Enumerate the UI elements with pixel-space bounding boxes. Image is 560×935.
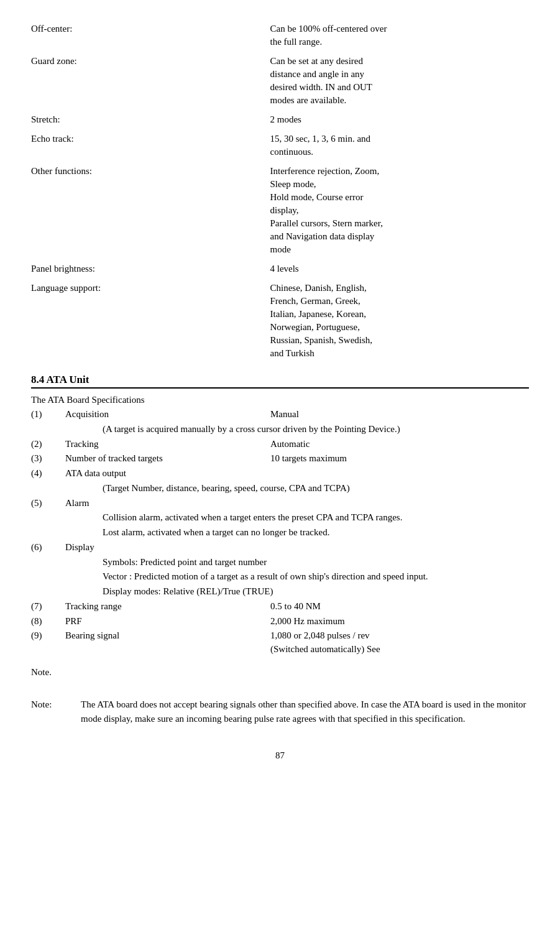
ata-item-value	[270, 467, 529, 481]
spec-table: Off-center:Can be 100% off-centered over…	[31, 19, 529, 362]
spec-label: Panel brightness:	[31, 259, 270, 278]
ata-item-num: (4)	[31, 467, 65, 481]
ata-item-label: Tracking range	[65, 600, 270, 614]
spec-label: Other functions:	[31, 161, 270, 259]
ata-item-num: (1)	[31, 408, 65, 421]
spec-row: Off-center:Can be 100% off-centered over…	[31, 19, 529, 51]
ata-intro: The ATA Board Specifications	[31, 395, 529, 405]
spec-value: 2 modes	[270, 109, 529, 129]
ata-item-row: (6)Display	[31, 541, 529, 555]
ata-item-value	[270, 497, 529, 510]
ata-item-value: 2,000 Hz maximum	[270, 615, 529, 629]
ata-item-label: Display	[65, 541, 270, 555]
ata-item-num: (9)	[31, 629, 65, 656]
spec-label: Echo track:	[31, 129, 270, 161]
ata-item-num: (6)	[31, 541, 65, 555]
spec-row: Guard zone:Can be set at any desireddist…	[31, 51, 529, 109]
ata-item-row: (8)PRF2,000 Hz maximum	[31, 615, 529, 629]
ata-item-row: (2)TrackingAutomatic	[31, 438, 529, 451]
ata-item-label: Acquisition	[65, 408, 270, 421]
ata-item-indent: (A target is acquired manually by a cros…	[31, 423, 529, 436]
ata-item-row: (5)Alarm	[31, 497, 529, 510]
spec-value: Chinese, Danish, English,French, German,…	[270, 278, 529, 362]
spec-label: Language support:	[31, 278, 270, 362]
ata-item-label: Number of tracked targets	[65, 452, 270, 466]
page-number: 87	[31, 750, 529, 761]
spec-row: Panel brightness:4 levels	[31, 259, 529, 278]
ata-item-label: Alarm	[65, 497, 270, 510]
ata-item-num: (8)	[31, 615, 65, 629]
ata-item-label: Tracking	[65, 438, 270, 451]
ata-item-value: 1,080 or 2,048 pulses / rev (Switched au…	[270, 629, 529, 656]
ata-item-row: (1)AcquisitionManual	[31, 408, 529, 421]
ata-item-value: 0.5 to 40 NM	[270, 600, 529, 614]
ata-item-num: (7)	[31, 600, 65, 614]
spec-value: Can be 100% off-centered overthe full ra…	[270, 19, 529, 51]
ata-item-num: (3)	[31, 452, 65, 466]
ata-item-num: (2)	[31, 438, 65, 451]
ata-item-num: (5)	[31, 497, 65, 510]
ata-item-indent-line: Collision alarm, activated when a target…	[31, 511, 529, 525]
ata-item-indent-line: Vector : Predicted motion of a target as…	[31, 570, 529, 584]
spec-label: Off-center:	[31, 19, 270, 51]
ata-item-value: 10 targets maximum	[270, 452, 529, 466]
spec-row: Language support:Chinese, Danish, Englis…	[31, 278, 529, 362]
ata-item-row: (4)ATA data output	[31, 467, 529, 481]
note-block: Note: The ATA board does not accept bear…	[31, 698, 529, 725]
spec-value: Interference rejection, Zoom,Sleep mode,…	[270, 161, 529, 259]
spec-label: Stretch:	[31, 109, 270, 129]
ata-items-container: (1)AcquisitionManual(A target is acquire…	[31, 408, 529, 656]
ata-item-row: (3)Number of tracked targets10 targets m…	[31, 452, 529, 466]
ata-item-value	[270, 541, 529, 555]
note-detail-label: Note:	[31, 698, 81, 725]
ata-item-label: Bearing signal	[65, 629, 270, 656]
spec-value: 15, 30 sec, 1, 3, 6 min. andcontinuous.	[270, 129, 529, 161]
note-simple: Note.	[31, 665, 529, 679]
ata-item-label: ATA data output	[65, 467, 270, 481]
ata-item-row: (9)Bearing signal1,080 or 2,048 pulses /…	[31, 629, 529, 656]
spec-row: Other functions:Interference rejection, …	[31, 161, 529, 259]
spec-label: Guard zone:	[31, 51, 270, 109]
ata-item-indent-line: Display modes: Relative (REL)/True (TRUE…	[31, 585, 529, 599]
ata-item-indent: (Target Number, distance, bearing, speed…	[31, 482, 529, 495]
page-content: Off-center:Can be 100% off-centered over…	[31, 19, 529, 761]
ata-item-indent-line: Symbols: Predicted point and target numb…	[31, 556, 529, 569]
ata-item-indent-line: Lost alarm, activated when a target can …	[31, 526, 529, 540]
ata-item-row: (7)Tracking range0.5 to 40 NM	[31, 600, 529, 614]
note-detail-text: The ATA board does not accept bearing si…	[81, 698, 529, 725]
spec-value: 4 levels	[270, 259, 529, 278]
spec-value: Can be set at any desireddistance and an…	[270, 51, 529, 109]
ata-item-value: Automatic	[270, 438, 529, 451]
spec-row: Echo track:15, 30 sec, 1, 3, 6 min. andc…	[31, 129, 529, 161]
ata-item-label: PRF	[65, 615, 270, 629]
section-heading: 8.4 ATA Unit	[31, 374, 529, 389]
ata-item-value: Manual	[270, 408, 529, 421]
spec-row: Stretch:2 modes	[31, 109, 529, 129]
